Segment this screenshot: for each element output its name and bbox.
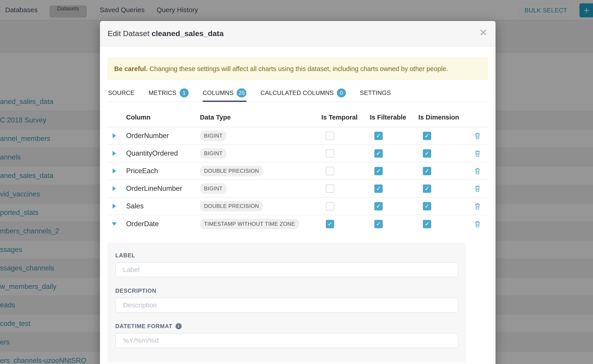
is-dimension-checkbox[interactable]: ✓ <box>423 167 431 175</box>
screen: Databases Datasets Saved Queries Query H… <box>0 0 593 364</box>
columns-count-badge: 25 <box>237 88 246 98</box>
is-temporal-checkbox[interactable] <box>326 167 334 175</box>
delete-icon[interactable] <box>474 202 481 210</box>
is-dimension-checkbox[interactable]: ✓ <box>423 202 431 210</box>
is-dimension-header: Is Dimension <box>418 114 467 121</box>
column-name: OrderNumber <box>121 132 197 140</box>
modal-title: Edit Dataset cleaned_sales_data <box>108 29 224 38</box>
data-type-pill: BIGINT <box>200 148 227 159</box>
expand-caret-icon[interactable] <box>112 186 116 191</box>
datetime-format-field-heading: DATETIME FORMAT i <box>115 323 458 330</box>
tab-label: METRICS <box>148 90 177 97</box>
edit-dataset-modal: Edit Dataset cleaned_sales_data ✕ Be car… <box>100 21 495 364</box>
column-detail-panel: LABEL DESCRIPTION DATETIME FORMAT i <box>107 243 466 363</box>
column-name: QuantityOrdered <box>121 149 197 157</box>
delete-icon[interactable] <box>474 220 481 228</box>
expand-caret-icon[interactable] <box>112 169 116 173</box>
warning-banner-bold: Be careful. <box>114 65 148 73</box>
is-filterable-checkbox[interactable]: ✓ <box>374 220 383 228</box>
tab-calculated-columns[interactable]: CALCULATED COLUMNS 0 <box>260 88 346 102</box>
label-input[interactable] <box>115 262 458 277</box>
metrics-count-badge: 1 <box>180 88 189 98</box>
modal-body: Be careful. Changing these settings will… <box>100 46 495 363</box>
info-icon[interactable]: i <box>176 323 182 329</box>
tab-settings[interactable]: SETTINGS <box>360 88 391 102</box>
data-type-pill: DOUBLE PRECISION <box>200 201 263 211</box>
column-name: Sales <box>121 202 197 210</box>
delete-icon[interactable] <box>474 132 481 139</box>
expand-caret-icon[interactable] <box>112 151 116 156</box>
collapse-caret-icon[interactable] <box>112 222 117 226</box>
data-type-pill: BIGINT <box>200 183 227 194</box>
column-name: OrderLineNumber <box>121 184 197 193</box>
tab-source[interactable]: SOURCE <box>108 88 134 102</box>
modal-title-prefix: Edit Dataset <box>108 29 152 38</box>
expand-caret-icon[interactable] <box>112 133 116 138</box>
is-filterable-checkbox[interactable]: ✓ <box>374 202 383 210</box>
delete-icon[interactable] <box>474 185 481 192</box>
column-name: OrderDate <box>121 220 197 228</box>
modal-header: Edit Dataset cleaned_sales_data ✕ <box>100 21 495 46</box>
is-filterable-checkbox[interactable]: ✓ <box>374 167 383 175</box>
data-type-pill: DOUBLE PRECISION <box>200 166 263 176</box>
is-dimension-checkbox[interactable]: ✓ <box>423 184 431 193</box>
is-temporal-checkbox[interactable] <box>326 202 334 210</box>
column-row-orderlinenumber: OrderLineNumber BIGINT ✓ ✓ <box>107 180 488 198</box>
delete-icon[interactable] <box>474 167 481 175</box>
warning-banner: Be careful. Changing these settings will… <box>107 57 488 80</box>
label-field-heading: LABEL <box>115 252 458 259</box>
column-row-quantityordered: QuantityOrdered BIGINT ✓ ✓ <box>107 145 488 162</box>
tab-columns[interactable]: COLUMNS 25 <box>203 88 246 102</box>
description-field-heading: DESCRIPTION <box>115 287 458 294</box>
tab-label: SOURCE <box>108 90 134 97</box>
warning-banner-text: Changing these settings will affect all … <box>149 65 448 73</box>
is-dimension-checkbox[interactable]: ✓ <box>423 149 431 158</box>
is-filterable-checkbox[interactable]: ✓ <box>374 132 383 140</box>
tab-label: COLUMNS <box>203 90 234 97</box>
column-row-orderdate: OrderDate TIMESTAMP WITHOUT TIME ZONE ✓ … <box>107 215 488 233</box>
is-temporal-checkbox[interactable] <box>326 132 334 140</box>
tab-label: SETTINGS <box>360 90 391 97</box>
calculated-columns-count-badge: 0 <box>337 88 346 98</box>
expand-caret-icon[interactable] <box>112 204 116 209</box>
is-filterable-header: Is Filterable <box>370 114 418 121</box>
column-row-priceeach: PriceEach DOUBLE PRECISION ✓ ✓ <box>107 162 488 180</box>
tab-label: CALCULATED COLUMNS <box>260 90 334 97</box>
is-dimension-checkbox[interactable]: ✓ <box>423 132 431 140</box>
data-type-header: Data Type <box>197 114 321 121</box>
is-temporal-checkbox[interactable]: ✓ <box>326 220 334 228</box>
data-type-pill: TIMESTAMP WITHOUT TIME ZONE <box>200 219 299 229</box>
modal-tabs: SOURCE METRICS 1 COLUMNS 25 CALCULATED C… <box>107 88 488 102</box>
column-row-ordernumber: OrderNumber BIGINT ✓ ✓ <box>107 127 488 145</box>
is-filterable-checkbox[interactable]: ✓ <box>374 184 383 193</box>
description-input[interactable] <box>115 298 458 312</box>
data-type-pill: BIGINT <box>200 130 227 141</box>
is-temporal-header: Is Temporal <box>321 114 370 121</box>
modal-title-dataset-name: cleaned_sales_data <box>152 29 224 38</box>
datetime-format-input[interactable] <box>115 333 458 348</box>
tab-metrics[interactable]: METRICS 1 <box>148 88 189 102</box>
columns-table: Column Data Type Is Temporal Is Filterab… <box>107 108 488 233</box>
column-name: PriceEach <box>121 167 197 175</box>
columns-table-header: Column Data Type Is Temporal Is Filterab… <box>107 108 488 127</box>
close-icon[interactable]: ✕ <box>479 28 488 38</box>
is-dimension-checkbox[interactable]: ✓ <box>423 220 431 228</box>
is-temporal-checkbox[interactable] <box>326 184 334 193</box>
is-temporal-checkbox[interactable] <box>326 149 334 158</box>
column-row-sales: Sales DOUBLE PRECISION ✓ ✓ <box>107 198 488 215</box>
column-header: Column <box>121 114 197 121</box>
is-filterable-checkbox[interactable]: ✓ <box>374 149 383 158</box>
delete-icon[interactable] <box>474 150 481 157</box>
